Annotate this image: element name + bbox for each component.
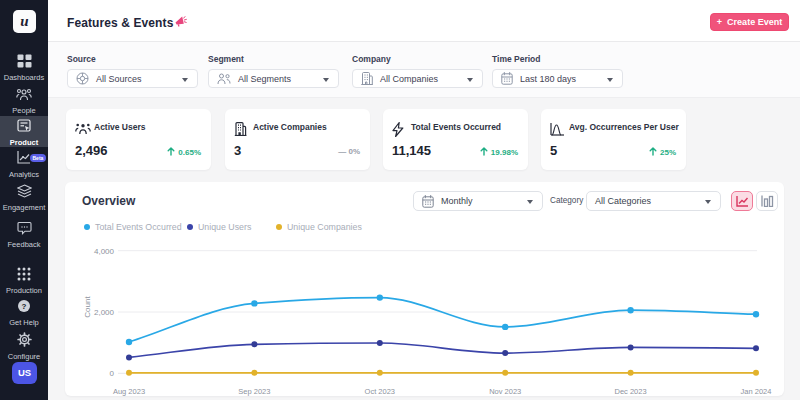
- svg-text:Nov 2023: Nov 2023: [489, 387, 521, 396]
- svg-text:Aug 2023: Aug 2023: [113, 387, 145, 396]
- svg-text:Count: Count: [83, 296, 92, 318]
- svg-text:2,000: 2,000: [94, 308, 115, 317]
- svg-text:4,000: 4,000: [94, 247, 115, 256]
- svg-text:?: ?: [22, 302, 27, 311]
- svg-text:Dec 2023: Dec 2023: [615, 387, 647, 396]
- svg-text:Sep 2023: Sep 2023: [238, 387, 270, 396]
- svg-text:0: 0: [110, 369, 115, 378]
- svg-text:Jan 2024: Jan 2024: [741, 387, 772, 396]
- svg-text:Oct 2023: Oct 2023: [365, 387, 395, 396]
